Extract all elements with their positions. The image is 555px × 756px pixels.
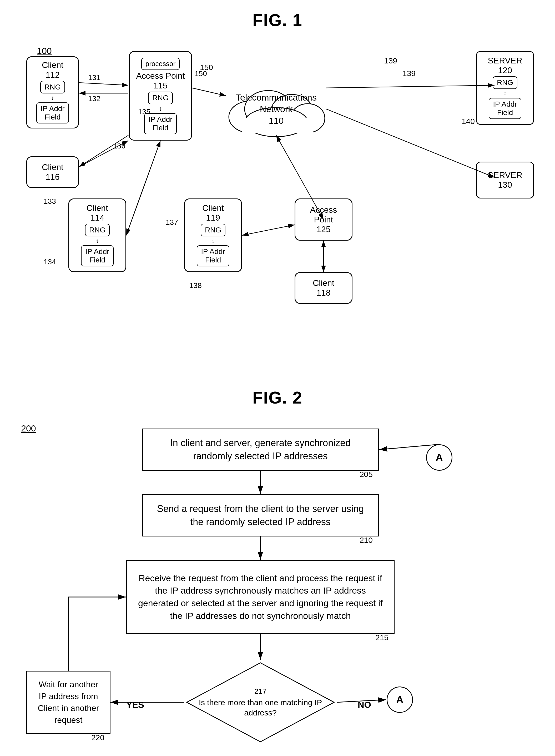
fig1-title: FIG. 1 (10, 10, 545, 30)
flow-box-210: Send a request from the client to the se… (142, 494, 379, 536)
svg-line-15 (79, 141, 128, 167)
svg-text:136: 136 (113, 142, 125, 150)
client-114-ipaddr: IP AddrField (81, 245, 113, 266)
box-220-num: 220 (91, 732, 104, 743)
svg-line-16 (126, 141, 161, 235)
server-130-node: SERVER 130 (476, 162, 534, 198)
client-119-node: Client 119 RNG ↕ IP AddrField (184, 198, 242, 272)
server-120-ipaddr: IP AddrField (489, 98, 521, 119)
client-114-label: Client (87, 203, 108, 213)
ap-115-processor: processor (141, 57, 180, 70)
svg-text:139: 139 (402, 69, 416, 78)
ap-115-node: processor Access Point 115 RNG ↕ IP Addr… (129, 51, 192, 141)
svg-line-14 (79, 135, 128, 167)
diamond-217-num: 217 (184, 687, 337, 696)
fig2-section: FIG. 2 200 In client and server, generat… (10, 388, 545, 756)
box-215-text: Receive the request from the client and … (135, 572, 386, 622)
client-119-num: 119 (206, 213, 220, 223)
client-118-num: 118 (316, 288, 330, 298)
circle-a-right: A (387, 686, 413, 713)
ap-125-node: Access Point 125 (295, 198, 352, 241)
client-112-num: 112 (45, 70, 59, 80)
server-130-label: SERVER (488, 170, 522, 180)
server-130-num: 130 (498, 180, 512, 190)
flow-box-215: Receive the request from the client and … (126, 560, 394, 634)
flow-box-205: In client and server, generate synchroni… (142, 429, 379, 471)
svg-text:134: 134 (44, 258, 56, 266)
ap-115-num: 115 (153, 81, 167, 90)
svg-text:137: 137 (166, 218, 178, 226)
client-119-label: Client (202, 203, 224, 213)
server-120-label: SERVER (488, 56, 522, 66)
client-116-label: Client (42, 162, 63, 172)
client-112-ipaddr: IP AddrField (36, 103, 69, 123)
client-114-node: Client 114 RNG ↕ IP AddrField (69, 198, 126, 272)
client-114-num: 114 (90, 213, 104, 223)
client-118-node: Client 118 (295, 272, 352, 304)
client-114-rng: RNG (85, 224, 110, 236)
box-205-num: 205 (359, 469, 373, 480)
flow-diamond-217: 217 Is there more than one matching IP a… (184, 660, 337, 745)
client-116-num: 116 (45, 172, 59, 182)
svg-line-17 (126, 141, 161, 235)
svg-text:138: 138 (189, 281, 202, 289)
ap-115-rng: RNG (148, 92, 173, 104)
section-200-label: 200 (21, 423, 36, 434)
label-140: 140 (462, 117, 475, 126)
circle-a-top: A (426, 444, 453, 471)
page: FIG. 1 100 Client 112 RNG ↕ IP AddrField… (0, 0, 555, 756)
client-119-ipaddr: IP AddrField (197, 245, 229, 266)
ap-115-ipaddr: IP AddrField (144, 113, 176, 134)
client-118-label: Client (313, 278, 334, 288)
svg-line-19 (242, 225, 295, 235)
client-116-node: Client 116 (26, 156, 79, 188)
server-120-num: 120 (498, 66, 512, 75)
circle-a-top-label: A (436, 452, 443, 463)
svg-text:132: 132 (88, 94, 100, 103)
fig2-container: 200 In client and server, generate synch… (10, 418, 545, 756)
box-210-text: Send a request from the client to the se… (151, 502, 370, 529)
client-119-rng: RNG (201, 224, 225, 236)
svg-line-8 (79, 83, 128, 85)
svg-line-11 (326, 85, 495, 88)
client-112-label: Client (42, 60, 63, 70)
svg-line-10 (192, 88, 226, 96)
ap-125-num: 125 (316, 225, 330, 234)
yes-label: YES (126, 700, 144, 710)
server-120-rng: RNG (493, 76, 517, 89)
flow-box-220: Wait for another IP address from Client … (26, 671, 111, 734)
client-112-rng: RNG (40, 81, 65, 93)
client-112-node: Client 112 RNG ↕ IP AddrField (26, 56, 79, 128)
fig2-title: FIG. 2 (10, 388, 545, 407)
svg-text:131: 131 (88, 73, 100, 82)
ap-115-label: Access Point (136, 71, 185, 81)
ap-125-label: Access Point (300, 205, 347, 225)
section-100-label: 100 (37, 46, 52, 56)
diamond-217-text: 217 Is there more than one matching IP a… (184, 687, 337, 718)
box-220-text: Wait for another IP address from Client … (35, 679, 102, 726)
box-205-text: In client and server, generate synchroni… (151, 436, 370, 463)
fig1-container: 100 Client 112 RNG ↕ IP AddrField proces… (10, 35, 545, 372)
telecom-text: TelecommunicationsNetwork110 (236, 92, 317, 127)
svg-text:133: 133 (44, 197, 56, 205)
label-139: 139 (384, 56, 397, 65)
server-120-node: SERVER 120 RNG ↕ IP AddrField (476, 51, 534, 125)
no-label: NO (358, 700, 371, 710)
telecom-cloud: TelecommunicationsNetwork110 (226, 77, 326, 141)
diamond-217-label: Is there more than one matching IP addre… (184, 697, 337, 718)
box-210-num: 210 (359, 534, 373, 546)
circle-a-right-label: A (396, 694, 403, 706)
label-150: 150 (200, 63, 213, 72)
box-215-num: 215 (375, 632, 388, 643)
